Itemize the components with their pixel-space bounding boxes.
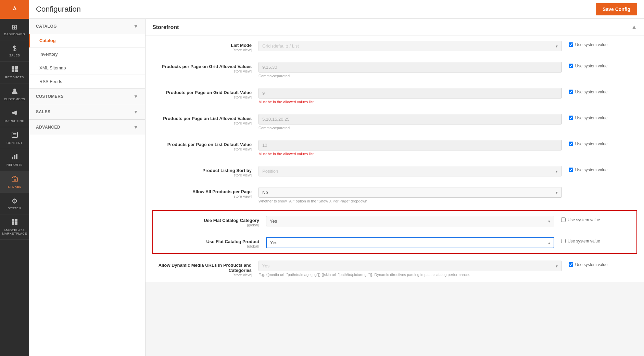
nav-item-rss-feeds[interactable]: RSS Feeds xyxy=(29,75,145,89)
config-row-allow-all: Allow All Products per Page [store view]… xyxy=(146,182,644,208)
sidebar-item-stores-label: STORES xyxy=(8,185,22,188)
flat-product-label: Use Flat Catalog Product xyxy=(160,239,259,244)
list-allowed-input[interactable] xyxy=(258,114,562,124)
advanced-header[interactable]: ADVANCED ▼ xyxy=(29,120,145,135)
list-mode-system-value: Use system value xyxy=(569,41,637,47)
flat-category-system-checkbox[interactable] xyxy=(561,217,566,222)
list-allowed-control: Comma-separated. xyxy=(258,114,569,130)
config-row-flat-category: Use Flat Catalog Category [global] Yes N… xyxy=(153,211,636,232)
list-default-system-label: Use system value xyxy=(575,142,608,146)
list-allowed-scope: [store view] xyxy=(152,121,252,125)
customers-chevron-icon: ▼ xyxy=(134,94,138,99)
right-panel: Storefront ▲ List Mode [store view] Grid… xyxy=(146,19,644,356)
sidebar-item-customers-label: CUSTOMERS xyxy=(4,97,25,101)
dynamic-media-control: Yes E.g. {{media url="path/to/image.jpg"… xyxy=(258,261,569,277)
grid-allowed-input[interactable] xyxy=(258,62,562,72)
flat-category-select-wrapper: Yes No xyxy=(266,216,554,226)
list-mode-select-wrapper: Grid (default) / List xyxy=(258,41,562,51)
catalog-header-label: CATALOG xyxy=(36,24,57,29)
stores-icon xyxy=(11,175,18,184)
sort-by-system-checkbox[interactable] xyxy=(569,168,573,172)
sales-icon: $ xyxy=(13,44,16,52)
save-config-button[interactable]: Save Config xyxy=(596,3,637,15)
svg-rect-1 xyxy=(15,66,18,69)
list-default-control: Must be in the allowed values list xyxy=(258,140,569,156)
allow-all-select[interactable]: No Yes xyxy=(258,187,562,198)
svg-rect-17 xyxy=(15,222,17,225)
sidebar-item-mageplaza-label: MAGEPLAZA MARKETPLACE xyxy=(2,228,27,235)
config-row-grid-allowed: Products per Page on Grid Allowed Values… xyxy=(146,57,644,83)
advanced-header-label: ADVANCED xyxy=(36,125,60,130)
nav-item-xml-sitemap[interactable]: XML Sitemap xyxy=(29,61,145,75)
list-default-input[interactable] xyxy=(258,140,562,150)
page-title: Configuration xyxy=(36,5,81,14)
sidebar-item-sales-label: SALES xyxy=(9,54,20,57)
allow-all-select-wrapper: No Yes xyxy=(258,187,562,198)
nav-item-inventory[interactable]: Inventory xyxy=(29,48,145,61)
grid-default-input[interactable] xyxy=(258,88,562,98)
sidebar-item-stores[interactable]: STORES xyxy=(0,171,29,193)
list-allowed-system-checkbox[interactable] xyxy=(569,116,573,120)
list-mode-scope: [store view] xyxy=(152,48,252,52)
flat-category-select[interactable]: Yes No xyxy=(266,216,554,226)
sort-by-scope: [store view] xyxy=(152,173,252,177)
list-default-system-checkbox[interactable] xyxy=(569,142,573,146)
flat-product-select[interactable]: Yes No xyxy=(266,237,554,248)
sidebar-item-customers[interactable]: CUSTOMERS xyxy=(0,83,29,105)
sidebar-item-system[interactable]: ⚙ SYSTEM xyxy=(0,193,29,214)
dynamic-media-system-checkbox[interactable] xyxy=(569,262,573,267)
nav-item-catalog[interactable]: Catalog xyxy=(29,34,145,48)
list-default-hint: Must be in the allowed values list xyxy=(258,152,562,156)
list-mode-label: List Mode xyxy=(152,43,252,48)
dynamic-media-select[interactable]: Yes xyxy=(258,261,562,271)
list-mode-system-checkbox[interactable] xyxy=(569,42,573,47)
marketing-icon xyxy=(11,109,18,118)
storefront-collapse-button[interactable]: ▲ xyxy=(631,24,637,31)
sidebar-item-content-label: CONTENT xyxy=(7,141,23,145)
flat-category-system-label: Use system value xyxy=(568,217,600,222)
sidebar-item-dashboard[interactable]: ⊞ DASHBOARD xyxy=(0,19,29,40)
allow-all-label-cell: Allow All Products per Page [store view] xyxy=(152,187,258,198)
catalog-header[interactable]: CATALOG ▼ xyxy=(29,19,145,34)
grid-allowed-system-checkbox[interactable] xyxy=(569,64,573,68)
sales-header[interactable]: SALES ▼ xyxy=(29,104,145,119)
svg-rect-9 xyxy=(12,157,13,159)
sidebar-item-content[interactable]: CONTENT xyxy=(0,127,29,149)
flat-product-system-label: Use system value xyxy=(568,239,600,243)
products-icon xyxy=(11,66,18,74)
svg-rect-8 xyxy=(13,136,15,136)
flat-category-label-cell: Use Flat Catalog Category [global] xyxy=(160,216,266,227)
sidebar-item-mageplaza[interactable]: MAGEPLAZA MARKETPLACE xyxy=(0,214,29,240)
flat-category-scope: [global] xyxy=(160,223,259,227)
grid-default-label-cell: Products per Page on Grid Default Value … xyxy=(152,88,258,99)
config-row-grid-default: Products per Page on Grid Default Value … xyxy=(146,83,644,109)
svg-rect-0 xyxy=(12,66,14,69)
sort-by-control: Position xyxy=(258,166,569,176)
content-area: CATALOG ▼ Catalog Inventory XML Sitemap … xyxy=(29,19,644,356)
svg-rect-16 xyxy=(12,222,14,225)
system-icon: ⚙ xyxy=(12,197,18,205)
sidebar-item-system-label: SYSTEM xyxy=(8,207,21,210)
sort-by-select-wrapper: Position xyxy=(258,166,562,176)
sidebar-item-products[interactable]: PRODUCTS xyxy=(0,62,29,83)
list-default-system-value: Use system value xyxy=(569,140,637,146)
sidebar-item-marketing[interactable]: MARKETING xyxy=(0,105,29,127)
customers-header[interactable]: CUSTOMERS ▼ xyxy=(29,89,145,104)
grid-default-system-checkbox[interactable] xyxy=(569,90,573,94)
list-allowed-label: Products per Page on List Allowed Values xyxy=(152,116,252,121)
flat-category-system-value: Use system value xyxy=(561,216,630,222)
flat-category-label: Use Flat Catalog Category xyxy=(160,218,259,223)
grid-allowed-control: Comma-separated. xyxy=(258,62,569,78)
sort-by-select[interactable]: Position xyxy=(258,166,562,176)
list-mode-select[interactable]: Grid (default) / List xyxy=(258,41,562,51)
sort-by-system-value: Use system value xyxy=(569,166,637,172)
sidebar-item-reports[interactable]: REPORTS xyxy=(0,149,29,171)
grid-allowed-label: Products per Page on Grid Allowed Values xyxy=(152,64,252,69)
svg-rect-2 xyxy=(12,69,14,72)
config-row-dynamic-media: Allow Dynamic Media URLs in Products and… xyxy=(146,256,644,282)
sidebar-item-sales[interactable]: $ SALES xyxy=(0,40,29,62)
svg-point-4 xyxy=(13,89,16,91)
list-default-label-cell: Products per Page on List Default Value … xyxy=(152,140,258,151)
svg-rect-3 xyxy=(15,69,18,72)
flat-product-system-checkbox[interactable] xyxy=(561,239,566,243)
